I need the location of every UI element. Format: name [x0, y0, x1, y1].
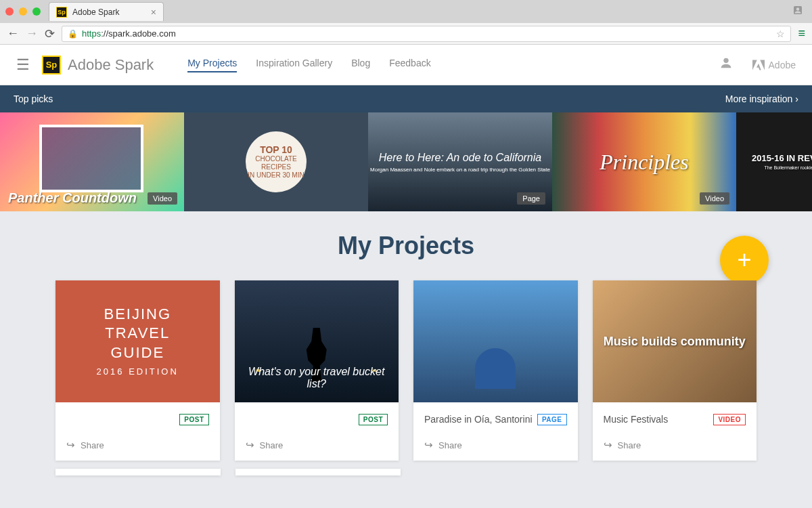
hamburger-menu-icon[interactable]: ☰ — [16, 56, 30, 74]
share-icon: ↪ — [66, 439, 75, 451]
project-card[interactable]: ❧ ❧ What's on your travel bucket list? P… — [235, 280, 399, 461]
project-title: Music Festivals — [604, 414, 714, 425]
pick-card[interactable]: Panther Countdown Video — [0, 112, 184, 211]
user-icon[interactable] — [719, 56, 734, 74]
window-maximize-button[interactable] — [32, 7, 41, 16]
pick-card[interactable]: 2015-16 IN REVIEW: TIARA MURPHY The Boil… — [736, 112, 812, 211]
add-project-button[interactable]: + — [720, 236, 769, 284]
project-card[interactable]: BEIJING TRAVEL GUIDE 2016 EDITION POST ↪… — [55, 280, 220, 461]
adobe-brand[interactable]: Adobe — [752, 60, 796, 70]
app-header: ☰ Sp Adobe Spark My Projects Inspiration… — [0, 45, 812, 85]
project-image: Music builds community — [593, 280, 757, 402]
pick-badge: Video — [700, 192, 729, 205]
type-badge: POST — [359, 414, 388, 425]
back-button[interactable]: ← — [7, 26, 19, 41]
chrome-menu-icon[interactable]: ≡ — [798, 26, 805, 41]
pick-circle: TOP 10 CHOCOLATE RECIPES IN UNDER 30 MIN — [246, 131, 307, 192]
browser-toolbar: ← → ⟳ 🔒 https://spark.adobe.com ☆ ≡ — [0, 23, 812, 45]
nav-my-projects[interactable]: My Projects — [187, 58, 237, 72]
nav-feedback[interactable]: Feedback — [389, 58, 430, 72]
type-badge: POST — [179, 414, 208, 425]
projects-row-2 — [0, 461, 812, 475]
pick-title: Here to Here: An ode to California Morga… — [370, 152, 550, 173]
url-bar[interactable]: 🔒 https://spark.adobe.com ☆ — [62, 26, 791, 42]
pick-photo — [39, 125, 143, 192]
forward-button[interactable]: → — [26, 26, 38, 41]
project-image: ❧ ❧ What's on your travel bucket list? — [235, 280, 399, 402]
adobe-label: Adobe — [769, 60, 796, 70]
projects-heading: My Projects — [0, 232, 812, 260]
pick-card[interactable]: TOP 10 CHOCOLATE RECIPES IN UNDER 30 MIN — [184, 112, 368, 211]
share-button[interactable]: ↪ Share — [55, 433, 220, 461]
window-close-button[interactable] — [5, 7, 14, 16]
app-logo-icon: Sp — [42, 56, 61, 75]
share-button[interactable]: ↪ Share — [413, 433, 578, 461]
type-badge: PAGE — [537, 414, 567, 425]
bookmark-star-icon[interactable]: ☆ — [776, 28, 785, 39]
browser-chrome: Sp Adobe Spark × ← → ⟳ 🔒 https://spark.a… — [0, 0, 812, 45]
project-card[interactable]: Paradise in Oía, Santorini PAGE ↪ Share — [413, 280, 578, 461]
pick-title: Panther Countdown — [8, 190, 137, 206]
projects-grid: BEIJING TRAVEL GUIDE 2016 EDITION POST ↪… — [0, 280, 812, 461]
chrome-profile-icon[interactable] — [792, 4, 804, 19]
top-picks-label: Top picks — [14, 93, 53, 104]
project-image — [413, 280, 578, 402]
nav-inspiration-gallery[interactable]: Inspiration Gallery — [256, 58, 332, 72]
pick-card[interactable]: Here to Here: An ode to California Morga… — [368, 112, 552, 211]
url-text: https://spark.adobe.com — [82, 28, 176, 39]
pick-badge: Page — [517, 192, 545, 205]
project-meta: POST — [55, 402, 220, 433]
project-title: Paradise in Oía, Santorini — [424, 414, 537, 425]
projects-section: My Projects + BEIJING TRAVEL GUIDE 2016 … — [0, 211, 812, 475]
share-button[interactable]: ↪ Share — [235, 433, 399, 461]
svg-point-2 — [723, 58, 728, 63]
project-card[interactable]: Music builds community Music Festivals V… — [593, 280, 757, 461]
svg-point-1 — [796, 7, 800, 11]
traffic-lights — [5, 7, 41, 16]
project-meta: POST — [235, 402, 399, 433]
project-card-partial[interactable] — [55, 469, 221, 475]
lock-icon: 🔒 — [68, 29, 78, 39]
top-picks-bar: Top picks More inspiration› — [0, 85, 812, 112]
more-inspiration-link[interactable]: More inspiration› — [725, 93, 798, 104]
tab-favicon-icon: Sp — [56, 7, 67, 18]
project-meta: Paradise in Oía, Santorini PAGE — [413, 402, 578, 433]
header-right: Adobe — [719, 56, 796, 74]
type-badge: VIDEO — [713, 414, 746, 425]
nav-tabs: My Projects Inspiration Gallery Blog Fee… — [187, 58, 430, 72]
share-icon: ↪ — [604, 439, 612, 451]
pick-card[interactable]: Principles Video — [552, 112, 736, 211]
tab-close-button[interactable]: × — [151, 7, 156, 18]
share-icon: ↪ — [424, 439, 433, 451]
pick-title: Principles — [600, 150, 689, 175]
share-button[interactable]: ↪ Share — [593, 433, 757, 461]
project-image: BEIJING TRAVEL GUIDE 2016 EDITION — [55, 280, 220, 402]
app-name: Adobe Spark — [68, 56, 154, 74]
nav-blog[interactable]: Blog — [351, 58, 370, 72]
adobe-logo-icon — [752, 60, 765, 70]
chevron-right-icon: › — [795, 93, 798, 104]
browser-tab[interactable]: Sp Adobe Spark × — [49, 2, 164, 21]
share-icon: ↪ — [246, 439, 254, 451]
project-card-partial[interactable] — [235, 469, 401, 475]
tab-title: Adobe Spark — [72, 7, 145, 17]
window-minimize-button[interactable] — [19, 7, 27, 16]
pick-title: 2015-16 IN REVIEW: TIARA MURPHY The Boil… — [752, 153, 812, 171]
reload-button[interactable]: ⟳ — [45, 26, 55, 41]
pick-badge: Video — [148, 192, 177, 205]
browser-tab-strip: Sp Adobe Spark × — [0, 0, 812, 23]
picks-strip: Panther Countdown Video TOP 10 CHOCOLATE… — [0, 112, 812, 211]
plus-icon: + — [737, 246, 751, 274]
project-meta: Music Festivals VIDEO — [593, 402, 757, 433]
